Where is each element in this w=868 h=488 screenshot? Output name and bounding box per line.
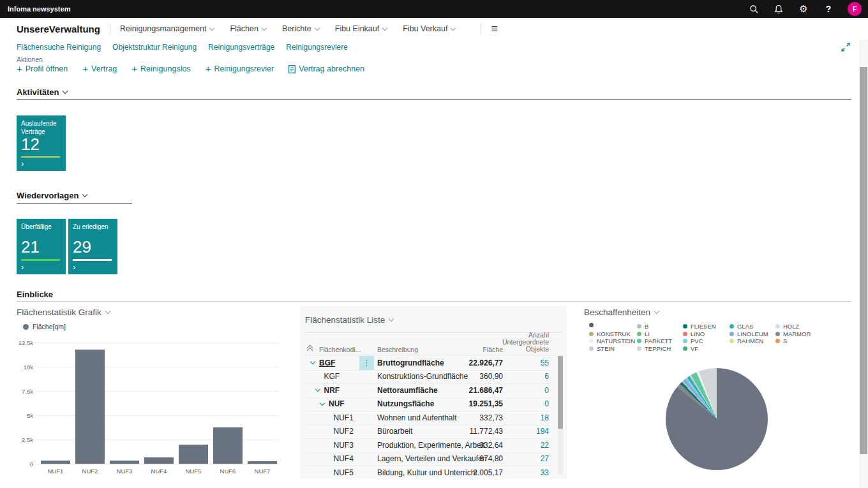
table-row-KGF[interactable]: KGFKonstruktions-Grundfläche360,906 bbox=[305, 370, 550, 385]
column-header-anzahl[interactable]: AnzahlUntergeordneteObjekte bbox=[485, 332, 549, 353]
nav-menu-fibu-verkauf[interactable]: Fibu Verkauf bbox=[403, 24, 455, 33]
collapse-header-icon[interactable] bbox=[841, 42, 851, 52]
plus-icon: + bbox=[17, 66, 22, 72]
section-reminders-header[interactable]: Wiedervorlagen bbox=[17, 191, 87, 200]
plus-icon: + bbox=[82, 66, 88, 72]
nav-menu-berichte[interactable]: Berichte bbox=[282, 24, 319, 33]
legend-label: PVC bbox=[691, 337, 703, 344]
cell-code[interactable]: NUF bbox=[329, 397, 345, 411]
subnav-link[interactable]: Reinigungsreviere bbox=[286, 43, 348, 52]
user-avatar[interactable]: F bbox=[848, 2, 862, 16]
subnav-link[interactable]: Flächensuche Reinigung bbox=[17, 43, 101, 52]
plus-icon: + bbox=[206, 66, 211, 72]
action-label: Reinigungslos bbox=[140, 64, 191, 73]
navigation-bar: UnsereVerwaltung ReinigungsmanagementFlä… bbox=[0, 18, 868, 40]
chevron-down-icon bbox=[209, 25, 214, 30]
cell-anzahl[interactable]: 33 bbox=[503, 466, 549, 478]
bar-chart-title[interactable]: Flächenstatistik Grafik bbox=[17, 307, 110, 317]
bar-chart-legend: Fläche[qm] bbox=[23, 323, 66, 330]
chevron-down-icon bbox=[262, 25, 267, 30]
nav-menu-reinigungsmanagement[interactable]: Reinigungsmanagement bbox=[120, 24, 214, 33]
tile-value: 29 bbox=[73, 239, 113, 256]
pie-chart[interactable] bbox=[666, 368, 768, 470]
bar-NUF3[interactable] bbox=[110, 461, 139, 464]
table-row-NUF[interactable]: NUFNutzungsfläche19.251,350 bbox=[305, 397, 550, 412]
cell-anzahl[interactable]: 0 bbox=[503, 397, 549, 411]
bar-NUF4[interactable] bbox=[144, 457, 174, 464]
table-row-NUF4[interactable]: NUF4Lagern, Verteilen und Verkaufen674,8… bbox=[305, 452, 550, 467]
table-row-BGF[interactable]: BGF⋮Bruttogrundfläche22.926,7755 bbox=[305, 356, 550, 371]
cell-anzahl[interactable]: 27 bbox=[503, 452, 549, 466]
pie-legend-holz: HOLZ bbox=[775, 323, 799, 330]
table-row-NRF[interactable]: NRFNettoraumfläche21.686,470 bbox=[305, 383, 550, 398]
collapse-all-icon[interactable] bbox=[306, 346, 314, 353]
bar-NUF1[interactable] bbox=[41, 461, 70, 464]
row-options-icon[interactable]: ⋮ bbox=[359, 356, 374, 370]
cell-anzahl[interactable]: 22 bbox=[503, 438, 549, 452]
nav-menu-label: Fibu Einkauf bbox=[335, 24, 379, 33]
table-row-NUF5[interactable]: NUF5Bildung, Kultur und Unterricht2.005,… bbox=[305, 466, 550, 478]
table-scrollbar-thumb[interactable] bbox=[558, 356, 563, 429]
cell-code[interactable]: NUF3 bbox=[334, 438, 354, 452]
cell-description: Nettoraumfläche bbox=[377, 383, 438, 397]
subnav-link[interactable]: Reinigungsverträge bbox=[208, 43, 274, 52]
cell-anzahl[interactable]: 6 bbox=[503, 370, 549, 384]
cell-code[interactable]: NUF4 bbox=[334, 452, 354, 466]
nav-menu-fibu-einkauf[interactable]: Fibu Einkauf bbox=[335, 24, 387, 33]
cell-code[interactable]: NUF1 bbox=[334, 411, 354, 425]
x-axis-tick-label: NUF3 bbox=[110, 468, 139, 475]
table-row-NUF3[interactable]: NUF3Produktion, Experimente, Arbeit332,6… bbox=[305, 438, 550, 453]
cell-code[interactable]: BGF bbox=[319, 356, 335, 370]
more-menu-icon[interactable]: ≡ bbox=[491, 23, 498, 34]
settings-gear-icon[interactable]: ⚙ bbox=[798, 3, 809, 15]
notifications-bell-icon[interactable] bbox=[773, 3, 784, 15]
subnav-link[interactable]: Objektstruktur Reinigung bbox=[112, 43, 197, 52]
bar-NUF2[interactable] bbox=[75, 350, 105, 464]
bar-NUF6[interactable] bbox=[213, 427, 243, 464]
legend-dot bbox=[775, 332, 780, 336]
cell-anzahl[interactable]: 55 bbox=[503, 356, 549, 370]
section-activities-header[interactable]: Aktivitäten bbox=[17, 87, 67, 97]
activities-tile-1[interactable]: Auslaufende Verträge12› bbox=[17, 115, 66, 171]
pie-legend-lino: LINO bbox=[683, 330, 705, 337]
reminders-tile-1[interactable]: Überfällige21› bbox=[17, 219, 66, 274]
bar-NUF5[interactable] bbox=[179, 445, 208, 464]
column-header-code[interactable]: Flächenkodi... bbox=[319, 346, 361, 353]
legend-dot bbox=[730, 324, 734, 329]
bar-NUF7[interactable] bbox=[248, 461, 277, 464]
cell-code[interactable]: NRF bbox=[324, 383, 340, 397]
cell-code[interactable]: NUF5 bbox=[334, 466, 354, 478]
y-axis-tick-label: 0 bbox=[17, 461, 33, 468]
tile-chevron-icon: › bbox=[21, 159, 61, 168]
table-title[interactable]: Flächenstatistik Liste bbox=[305, 315, 393, 325]
cell-anzahl[interactable]: 18 bbox=[503, 411, 549, 425]
row-expand-chevron-icon[interactable] bbox=[316, 383, 320, 397]
tile-underline-bar bbox=[73, 259, 112, 261]
help-icon[interactable]: ? bbox=[823, 3, 834, 15]
legend-label: STEIN bbox=[597, 345, 615, 352]
row-expand-chevron-icon[interactable] bbox=[320, 397, 324, 411]
action-profil-ffnen[interactable]: +Profil öffnen bbox=[17, 64, 68, 73]
cell-anzahl[interactable]: 194 bbox=[503, 425, 549, 439]
cell-anzahl[interactable]: 0 bbox=[503, 383, 549, 397]
pie-chart-title[interactable]: Beschaffenheiten bbox=[584, 307, 659, 317]
column-header-desc[interactable]: Beschreibung bbox=[377, 346, 418, 353]
nav-menu-fl-chen[interactable]: Flächen bbox=[230, 24, 266, 33]
row-expand-chevron-icon[interactable] bbox=[311, 356, 315, 370]
action-vertrag-abrechnen[interactable]: Vertrag abrechnen bbox=[288, 64, 364, 73]
pie-legend-marmor: MARMOR bbox=[775, 330, 811, 337]
role-center-title[interactable]: UnsereVerwaltung bbox=[17, 24, 100, 34]
reminders-tile-2[interactable]: Zu erledigen29› bbox=[68, 219, 117, 274]
action-reinigungsrevier[interactable]: +Reinigungsrevier bbox=[206, 64, 274, 73]
page-scrollbar-thumb[interactable] bbox=[860, 67, 867, 454]
action-label: Vertrag abrechnen bbox=[299, 64, 364, 73]
cell-code[interactable]: KGF bbox=[324, 370, 340, 384]
action-vertrag[interactable]: +Vertrag bbox=[82, 64, 117, 73]
search-icon[interactable] bbox=[748, 3, 760, 15]
pie-legend-rahmen: RAHMEN bbox=[730, 337, 763, 344]
table-row-NUF1[interactable]: NUF1Wohnen und Aufenthalt332,7318 bbox=[305, 411, 550, 425]
table-row-NUF2[interactable]: NUF2Büroarbeit11.772,43194 bbox=[305, 425, 550, 440]
action-reinigungslos[interactable]: +Reinigungslos bbox=[131, 64, 190, 73]
tile-label: Auslaufende Verträge bbox=[21, 120, 61, 136]
cell-code[interactable]: NUF2 bbox=[334, 425, 354, 439]
